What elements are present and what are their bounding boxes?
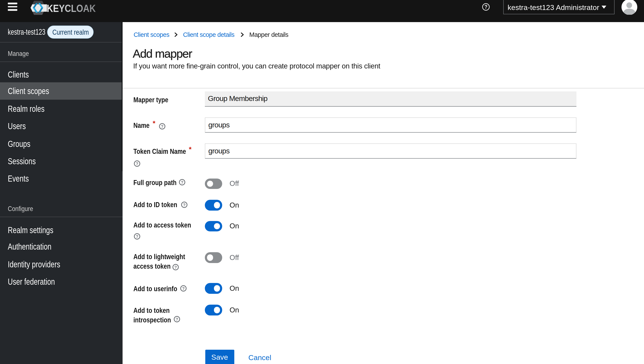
svg-text:?: ? bbox=[180, 180, 183, 185]
svg-text:?: ? bbox=[174, 265, 177, 269]
svg-text:?: ? bbox=[136, 161, 138, 166]
svg-text:?: ? bbox=[183, 202, 185, 207]
svg-text:?: ? bbox=[182, 286, 184, 291]
svg-text:?: ? bbox=[176, 317, 178, 321]
svg-text:?: ? bbox=[161, 124, 163, 129]
svg-text:?: ? bbox=[484, 4, 487, 10]
svg-text:?: ? bbox=[136, 234, 138, 239]
svg-text:KEYCLOAK: KEYCLOAK bbox=[47, 3, 96, 14]
